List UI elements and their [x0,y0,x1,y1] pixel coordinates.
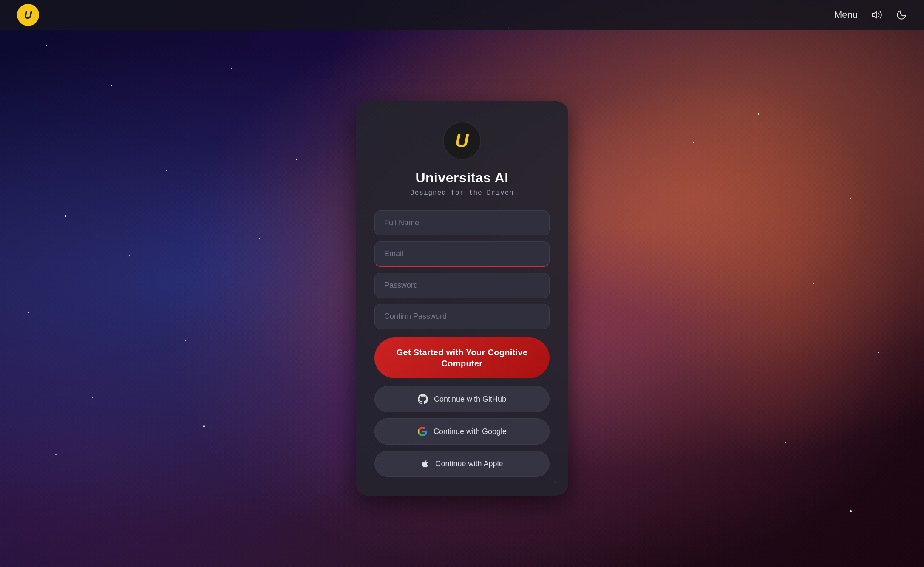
signup-card: U Universitas AI Designed for the Driven… [356,101,568,496]
github-icon [418,394,428,404]
topbar: U Menu [0,0,924,30]
topbar-logo[interactable]: U [17,4,39,26]
card-logo: U [443,122,481,160]
google-icon [417,426,428,437]
google-button[interactable]: Continue with Google [374,418,550,445]
github-button[interactable]: Continue with GitHub [374,386,550,412]
email-input[interactable] [374,241,550,267]
social-buttons: Continue with GitHub Continue with Googl… [374,386,550,477]
confirm-password-input[interactable] [374,304,550,329]
apple-label: Continue with Apple [435,459,503,468]
get-started-button[interactable]: Get Started with Your Cognitive Computer [374,337,550,378]
password-input[interactable] [374,273,550,298]
full-name-input[interactable] [374,210,550,235]
sound-icon[interactable] [871,9,882,20]
apple-icon [421,459,429,469]
svg-marker-0 [872,11,876,18]
card-container: U Universitas AI Designed for the Driven… [0,0,924,567]
form-fields [374,210,550,329]
topbar-right: Menu [834,9,907,20]
github-label: Continue with GitHub [434,395,506,404]
apple-button[interactable]: Continue with Apple [374,451,550,477]
menu-button[interactable]: Menu [834,9,858,20]
card-title: Universitas AI [415,170,508,186]
google-label: Continue with Google [434,427,507,436]
card-subtitle: Designed for the Driven [410,189,514,197]
dark-mode-icon[interactable] [896,9,907,20]
